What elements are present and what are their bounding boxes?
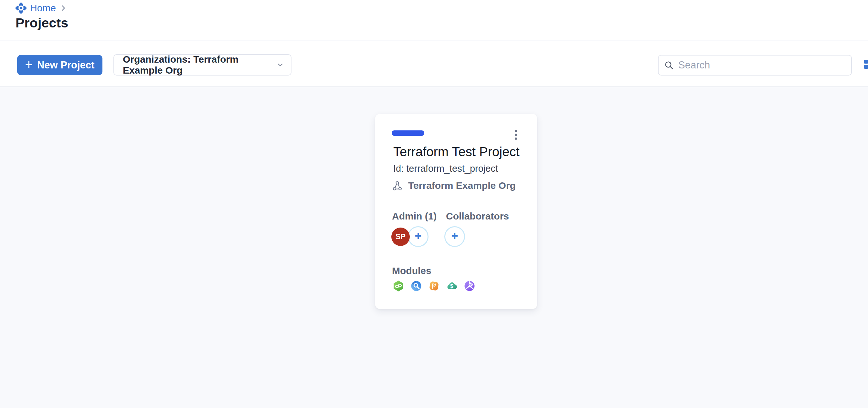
project-card: Terraform Test Project Id: terraform_tes… <box>375 114 537 309</box>
module-search-circle-icon[interactable] <box>411 280 422 292</box>
grid-view-toggle[interactable] <box>864 60 868 69</box>
module-flag-square-icon[interactable] <box>429 280 439 292</box>
admin-avatar[interactable]: SP <box>391 228 410 246</box>
project-title: Terraform Test Project <box>393 144 523 159</box>
module-infinity-hexagon-icon[interactable] <box>393 280 404 292</box>
page-header: Home Projects <box>0 0 868 40</box>
kebab-dot <box>515 134 517 136</box>
kebab-dot <box>515 130 517 132</box>
search-box <box>658 55 852 75</box>
page-title: Projects <box>16 15 68 31</box>
new-project-button[interactable]: + New Project <box>17 55 102 75</box>
organizations-dropdown[interactable]: Organizations: Terraform Example Org <box>114 54 291 75</box>
main-content: Terraform Test Project Id: terraform_tes… <box>0 87 868 408</box>
organizations-dropdown-value: Organizations: Terraform Example Org <box>123 54 277 76</box>
project-id: Id: terraform_test_project <box>393 163 498 174</box>
kebab-dot <box>515 137 517 140</box>
organization-icon <box>392 180 403 191</box>
breadcrumb-chevron-icon <box>59 4 67 12</box>
grid-square <box>864 60 868 64</box>
module-cloud-dollar-icon[interactable]: $ <box>446 280 457 292</box>
plus-icon: + <box>25 58 33 71</box>
admin-label: Admin (1) <box>392 211 437 222</box>
chevron-down-icon <box>277 61 284 69</box>
organization-link[interactable]: Terraform Example Org <box>392 179 516 192</box>
modules-row: $ <box>393 280 475 292</box>
new-project-label: New Project <box>37 59 94 71</box>
add-admin-button[interactable]: + <box>408 226 429 247</box>
modules-label: Modules <box>392 265 431 276</box>
search-input[interactable] <box>678 59 845 71</box>
kebab-menu-button[interactable] <box>510 128 521 142</box>
breadcrumb-home-link[interactable]: Home <box>30 2 56 14</box>
grid-square <box>864 65 868 69</box>
toolbar: + New Project Organizations: Terraform E… <box>0 41 868 87</box>
module-pie-check-icon[interactable] <box>464 280 475 292</box>
app-logo-icon <box>16 3 27 13</box>
svg-text:$: $ <box>450 283 454 289</box>
search-icon <box>664 61 674 70</box>
add-collaborator-button[interactable]: + <box>444 226 465 247</box>
breadcrumb: Home <box>16 2 67 14</box>
organization-name: Terraform Example Org <box>408 180 516 191</box>
card-accent-pill <box>392 130 424 136</box>
collaborators-label: Collaborators <box>446 211 509 222</box>
